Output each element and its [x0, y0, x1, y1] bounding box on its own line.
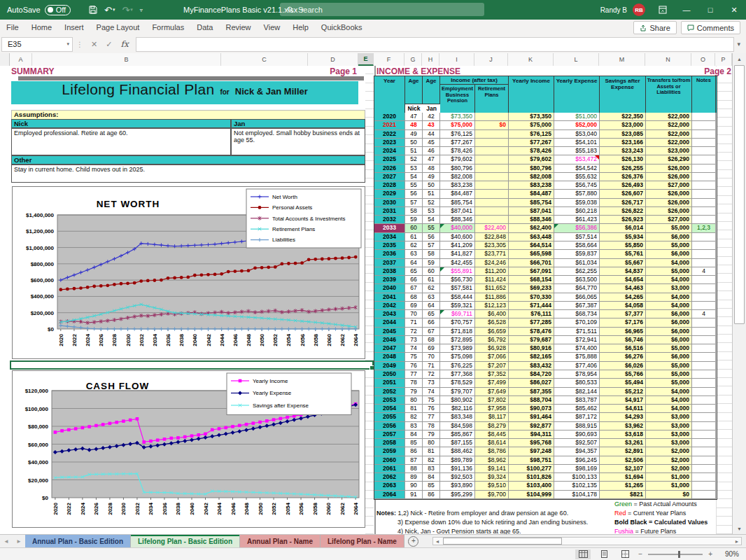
- cell[interactable]: [692, 370, 716, 379]
- table-row-2064[interactable]: 20649186$95,299$9,700$104,999$104,178$82…: [374, 491, 717, 499]
- vertical-scrollbar[interactable]: ▲ ▼: [732, 53, 746, 534]
- cell[interactable]: 4: [692, 310, 716, 318]
- cell[interactable]: $26,376: [600, 173, 646, 181]
- cell[interactable]: $92,877: [509, 422, 554, 430]
- cell[interactable]: $3,000: [646, 413, 692, 421]
- cell[interactable]: $83,432: [509, 362, 554, 370]
- plan-banner[interactable]: Lifelong Financial Plan for Nick & Jan M…: [11, 81, 358, 104]
- cell[interactable]: $67,091: [509, 267, 554, 276]
- cell[interactable]: [692, 284, 716, 293]
- cell[interactable]: [692, 139, 716, 147]
- cell[interactable]: $7,207: [475, 362, 509, 370]
- cell[interactable]: 71: [423, 362, 440, 370]
- cell[interactable]: 51: [405, 147, 423, 155]
- ribbon-tab-quickbooks[interactable]: QuickBooks: [315, 20, 369, 35]
- cell[interactable]: 67: [405, 284, 423, 293]
- cell[interactable]: 2043: [374, 310, 405, 318]
- cell[interactable]: $26,000: [646, 164, 692, 173]
- cell[interactable]: $4,611: [600, 405, 646, 413]
- ribbon-tab-data[interactable]: Data: [190, 20, 219, 35]
- cell[interactable]: $4,265: [600, 293, 646, 302]
- cell[interactable]: $2,000: [646, 447, 692, 456]
- cell[interactable]: $62,400: [509, 224, 554, 232]
- cell[interactable]: [692, 430, 716, 439]
- sheet-tab-annual-plan-basic-edition[interactable]: Annual Plan - Basic Edition: [25, 535, 131, 547]
- cell[interactable]: [692, 353, 716, 361]
- scroll-left-icon[interactable]: ◄: [433, 539, 442, 544]
- cell[interactable]: $77,285: [509, 318, 554, 327]
- cell[interactable]: $2,107: [600, 465, 646, 473]
- cell[interactable]: $5,000: [646, 267, 692, 276]
- cell[interactable]: [692, 164, 716, 173]
- cell[interactable]: $7,377: [600, 310, 646, 318]
- ribbon-tab-insert[interactable]: Insert: [58, 20, 90, 35]
- close-button[interactable]: ✕: [722, 0, 746, 20]
- cell[interactable]: $86,027: [509, 379, 554, 387]
- cell[interactable]: $92,507: [554, 439, 600, 447]
- cell[interactable]: $6,000: [646, 250, 692, 258]
- cell[interactable]: $4,000: [646, 293, 692, 302]
- net-worth-chart[interactable]: $0$200,000$400,000$600,000$800,000$1,000…: [12, 186, 365, 359]
- cell[interactable]: 63: [423, 293, 440, 302]
- cell[interactable]: $54,101: [554, 139, 600, 147]
- cell[interactable]: $52,000: [554, 121, 600, 130]
- normal-view-icon[interactable]: [575, 550, 591, 559]
- cell[interactable]: $98,169: [554, 465, 600, 473]
- cell[interactable]: 62: [423, 284, 440, 293]
- cell[interactable]: $56,745: [554, 181, 600, 190]
- cell[interactable]: $4,058: [600, 302, 646, 310]
- ribbon-tab-formulas[interactable]: Formulas: [146, 20, 190, 35]
- cell[interactable]: $56,730: [440, 276, 475, 284]
- cell[interactable]: $73,989: [440, 344, 475, 353]
- cell[interactable]: $76,125: [440, 130, 475, 139]
- cell[interactable]: $88,346: [509, 216, 554, 224]
- cell[interactable]: $69,233: [509, 284, 554, 293]
- cell[interactable]: 53: [405, 164, 423, 173]
- cell[interactable]: 60: [405, 224, 423, 232]
- cell[interactable]: $9,700: [475, 491, 509, 499]
- cell[interactable]: $80,916: [509, 344, 554, 353]
- cell[interactable]: $5,494: [600, 379, 646, 387]
- cell[interactable]: $3,618: [600, 430, 646, 439]
- jan-header[interactable]: Jan: [231, 119, 365, 128]
- cell[interactable]: 74: [405, 344, 423, 353]
- cell[interactable]: $66,701: [509, 259, 554, 267]
- cell[interactable]: $2,000: [646, 465, 692, 473]
- cell[interactable]: $96,245: [554, 456, 600, 465]
- cell[interactable]: $70,330: [509, 293, 554, 302]
- cell[interactable]: 69: [405, 302, 423, 310]
- income-expense-table[interactable]: YearAgeAgeIncome (after tax)Employment B…: [374, 76, 717, 500]
- cell[interactable]: $6,000: [646, 310, 692, 318]
- cell[interactable]: $83,238: [440, 181, 475, 190]
- cell[interactable]: 2037: [374, 259, 405, 267]
- sheet-tab-annual-plan-name[interactable]: Annual Plan - Name: [240, 535, 321, 547]
- cell[interactable]: [692, 207, 716, 216]
- insert-function-icon[interactable]: fx: [120, 39, 128, 49]
- cell[interactable]: $79,602: [509, 155, 554, 164]
- cell[interactable]: $53,040: [554, 130, 600, 139]
- cancel-icon[interactable]: ✕: [91, 40, 97, 49]
- cell[interactable]: 83: [405, 422, 423, 430]
- cell[interactable]: $4,000: [646, 276, 692, 284]
- cell[interactable]: $93,890: [440, 482, 475, 490]
- column-header-D[interactable]: D: [308, 53, 358, 66]
- column-header-M[interactable]: M: [599, 53, 645, 66]
- cell[interactable]: $22,400: [475, 224, 509, 232]
- cell[interactable]: [692, 396, 716, 405]
- cell[interactable]: [692, 233, 716, 241]
- cell[interactable]: $91,136: [440, 465, 475, 473]
- table-row-2029[interactable]: 20295651$84,487$84,487$57,880$26,607$26,…: [374, 190, 717, 198]
- zoom-slider-thumb[interactable]: [678, 551, 680, 558]
- cell[interactable]: 74: [423, 388, 440, 396]
- enter-icon[interactable]: ✓: [106, 40, 112, 49]
- cell[interactable]: $77,406: [554, 362, 600, 370]
- column-header-C[interactable]: C: [221, 53, 308, 66]
- cell[interactable]: 2052: [374, 388, 405, 396]
- cell[interactable]: $4,293: [600, 413, 646, 421]
- cell[interactable]: $6,000: [646, 353, 692, 361]
- cell[interactable]: [692, 302, 716, 310]
- cell[interactable]: [692, 491, 716, 499]
- maximize-button[interactable]: □: [698, 0, 722, 20]
- summary-title[interactable]: SUMMARY: [11, 66, 55, 76]
- cell[interactable]: [692, 456, 716, 465]
